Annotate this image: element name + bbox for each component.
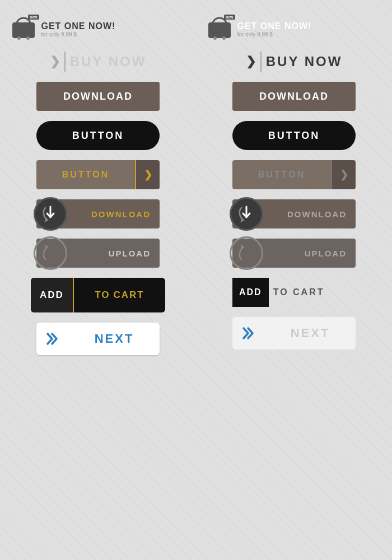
buy-now-right[interactable]: ❯ BUY NOW [246,52,343,72]
download-label-left: DOWNLOAD [91,209,151,219]
next-button-left[interactable]: NEXT [36,323,160,355]
split-right-chevron-left: ❯ [144,169,152,181]
black-button-left[interactable]: BUTTON [36,121,160,150]
add-part-left: ADD [31,278,74,312]
icon-download-left[interactable]: DOWNLOAD [36,199,160,228]
next-label-left: NEXT [69,332,160,346]
icon-download-right[interactable]: DOWNLOAD [232,199,356,228]
to-label-left: TO [95,290,110,301]
upload-label-right: UPLOAD [305,249,347,258]
get-one-now-left[interactable]: new GET ONE NOW! for only 9,99 $ [10,17,186,41]
svg-rect-3 [208,22,231,38]
next-text-right: NEXT [291,326,330,340]
to-cart-label-right: TO CART [273,287,325,297]
split-right-chevron-right: ❯ [340,169,348,181]
chevron-icon-left: ❯ [50,54,60,69]
split-right-left: ❯ [135,160,160,189]
svg-point-5 [222,36,226,40]
right-column: new GET ONE NOW! for only 9,99 $ ❯ BUY N… [196,0,392,560]
buy-now-label-left: BUY NOW [70,54,147,69]
download-label-right: DOWNLOAD [287,209,347,219]
split-right-right: ❯ [331,160,356,189]
split-left-right: BUTTON [232,160,331,189]
black-button-right[interactable]: BUTTON [232,121,356,150]
next-chevrons-right [232,325,265,342]
get-one-now-right[interactable]: new GET ONE NOW! for only 9,99 $ [206,17,382,41]
next-label-right: NEXT [265,326,356,340]
icon-upload-left[interactable]: UPLOAD [36,239,160,268]
cart-icon-left: new [10,17,37,41]
cart-label-left: CART [113,290,144,301]
buy-now-left[interactable]: ❯ BUY NOW [50,52,147,72]
get-one-text-left: GET ONE NOW! for only 9,99 $ [41,21,116,38]
add-part-right: ADD [232,278,269,307]
split-left-left: BUTTON [36,160,135,189]
next-button-right[interactable]: NEXT [232,317,356,349]
get-one-sub-left: for only 9,99 $ [41,31,116,38]
svg-point-4 [213,36,217,40]
download-circle-right [230,197,263,231]
main-layout: new GET ONE NOW! for only 9,99 $ ❯ BUY N… [0,0,392,560]
divider-right [260,52,262,72]
svg-point-2 [26,36,30,40]
get-one-sub-right: for only 9,99 $ [237,31,312,38]
next-chevrons-left [36,330,69,347]
svg-rect-0 [12,22,35,38]
new-badge-left: new [28,15,39,20]
download-circle-left [34,197,67,231]
get-one-main-right: GET ONE NOW! [237,21,312,31]
add-to-cart-left[interactable]: ADD TO CART [31,278,165,312]
get-one-main-left: GET ONE NOW! [41,21,116,31]
get-one-text-right: GET ONE NOW! for only 9,99 $ [237,21,312,38]
add-label-right: ADD [239,287,262,297]
divider-left [64,52,66,72]
upload-circle-left [34,236,67,270]
split-button-right[interactable]: BUTTON ❯ [232,160,356,189]
next-text-left: NEXT [95,332,134,346]
left-column: new GET ONE NOW! for only 9,99 $ ❯ BUY N… [0,0,196,560]
add-to-cart-right[interactable]: ADD TO CART [232,278,356,307]
cart-icon-right: new [206,17,233,41]
chevron-icon-right: ❯ [246,54,256,69]
to-cart-part-left: TO CART [74,290,165,301]
upload-label-left: UPLOAD [109,249,151,258]
download-button-left[interactable]: DOWNLOAD [36,82,160,111]
add-label-left: ADD [40,290,64,301]
upload-circle-right [230,236,263,270]
download-button-right[interactable]: DOWNLOAD [232,82,356,111]
icon-upload-right[interactable]: UPLOAD [232,239,356,268]
buy-now-label-right: BUY NOW [266,54,343,69]
split-button-left[interactable]: BUTTON ❯ [36,160,160,189]
svg-point-1 [17,36,21,40]
new-badge-right: new [224,15,235,20]
split-left-label-left: BUTTON [62,170,109,180]
split-left-label-right: BUTTON [258,170,305,180]
